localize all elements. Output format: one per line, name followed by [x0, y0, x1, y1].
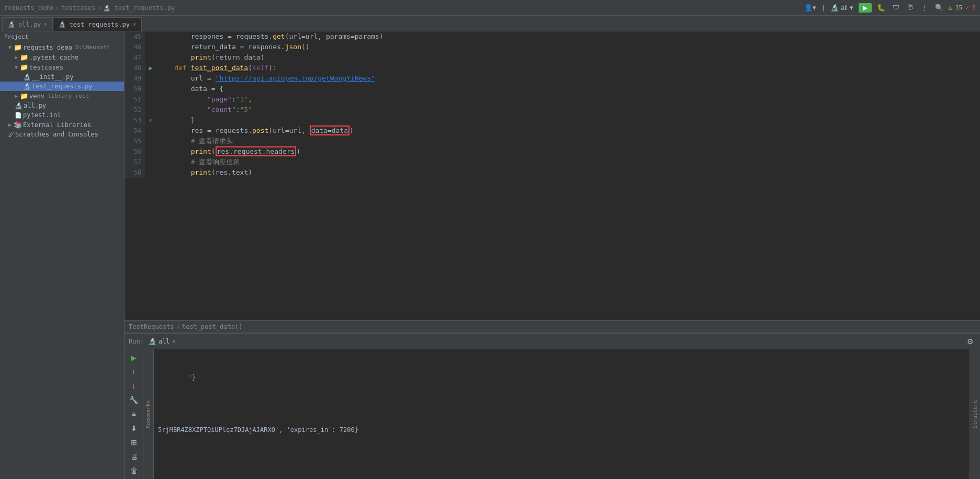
sidebar-meta: D:\Neusoft [75, 44, 110, 51]
line-content-50: data = { [156, 84, 223, 94]
sidebar-label-init: __init__.py [32, 73, 73, 81]
error-count: ✓ 6 [965, 4, 976, 11]
line-num-54: 54 [125, 126, 145, 136]
run-panel-header: Run: 🔬 all × ⚙ [125, 334, 980, 349]
sidebar-item-ext-libs[interactable]: ▶ 📚 External Libraries [0, 120, 124, 130]
line-num-50: 50 [125, 84, 145, 94]
tab-label-1: all.py [18, 21, 41, 28]
run-label: Run: [129, 338, 144, 345]
breadcrumb-sep1: › [55, 4, 59, 12]
highlight-headers: res.request.headers [216, 146, 297, 156]
line-content-57: # 查看响应信息 [156, 157, 240, 167]
profile-button[interactable]: ⏱ [905, 3, 916, 13]
sidebar-item-test-requests[interactable]: 🔬 test_requests.py [0, 82, 124, 91]
sidebar-label-venv: venv [29, 93, 44, 100]
structure-label: Structure [972, 400, 978, 428]
tab-test-requests[interactable]: 🔬 test_requests.py × [53, 17, 142, 31]
run-play-btn[interactable]: ▶ [128, 351, 140, 363]
expand-arrow: ▼ [8, 44, 12, 50]
sidebar-item-pytest-cache[interactable]: ▶ 📁 .pytest_cache [0, 52, 124, 62]
run-down-btn[interactable]: ↓ [128, 380, 140, 392]
project-label: Project [4, 33, 28, 40]
run-tab-all[interactable]: 🔬 all × [148, 337, 176, 345]
user-icon[interactable]: 👤▾ [802, 3, 818, 13]
tab-close-1[interactable]: × [44, 21, 47, 27]
line-content-51: "page":"1", [156, 94, 252, 105]
run-tab-label: all [159, 338, 170, 345]
output-line-1: '} [158, 372, 965, 383]
line-num-51: 51 [125, 94, 145, 105]
divider: | [821, 4, 825, 12]
tab-label-2: test_requests.py [69, 21, 130, 28]
code-editor[interactable]: 45 respones = requests.get(url=url, para… [125, 31, 980, 320]
code-line-48: 48 ▶ def test_post_data(self): [125, 63, 980, 73]
sidebar-item-requests-demo[interactable]: ▼ 📁 requests_demo D:\Neusoft [0, 42, 124, 52]
breadcrumb-file[interactable]: 🔬 test_requests.py [103, 4, 175, 12]
top-bar-right: 👤▾ | 🔬 all ▾ ▶ 🐛 🛡 ⏱ ⋮ 🔍 △ 15 ✓ 6 [802, 3, 976, 13]
run-trash-btn[interactable]: 🗑 [128, 465, 140, 477]
sidebar-meta-venv: library root [48, 93, 89, 99]
breadcrumb-testcases[interactable]: testcases [61, 4, 95, 12]
code-area: 45 respones = requests.get(url=url, para… [125, 31, 980, 479]
line-num-55: 55 [125, 136, 145, 146]
output-line-3: 5rjMBR4Z8XZPTQiUPlqz7DJAjAJARXO', 'expir… [158, 425, 965, 435]
py-icon-test: 🔬 [23, 83, 31, 90]
tab-py-icon-1: 🔬 [8, 21, 15, 28]
expand-arrow-ext: ▶ [8, 122, 12, 128]
run-output[interactable]: '} 5rjMBR4Z8XZPTQiUPlqz7DJAjAJARXO', 'ex… [154, 349, 970, 479]
line-content-56: print(res.request.headers) [156, 146, 300, 157]
code-line-47: 47 print(return_data) [125, 52, 980, 63]
run-tab-close[interactable]: × [172, 338, 176, 345]
output-line-5: {'id': 101, 'name': '广东123', 'count': 0}… [158, 477, 965, 479]
run-filter-btn[interactable]: ≡ [128, 408, 140, 420]
run-toolbar: ▶ ↑ ↓ 🔧 ≡ ⬇ ⊞ 🖨 🗑 [125, 349, 143, 479]
sidebar-item-testcases[interactable]: ▼ 📁 testcases [0, 62, 124, 72]
run-print-btn[interactable]: 🖨 [128, 451, 140, 463]
debug-button[interactable]: 🐛 [875, 3, 887, 13]
folder-icon: 📁 [14, 43, 22, 51]
sidebar-label-ext-libs: External Libraries [23, 121, 91, 129]
code-line-52: 52 "count":"5" [125, 105, 980, 115]
sidebar-item-init[interactable]: 🔬 __init__.py [0, 72, 124, 82]
line-num-46: 46 [125, 42, 145, 52]
line-content-48: def test_post_data(self): [156, 63, 277, 73]
run-button[interactable]: ▶ [859, 3, 872, 13]
more-button[interactable]: ⋮ [919, 3, 930, 13]
expand-arrow-tc: ▼ [15, 64, 18, 70]
bookmarks-strip: Bookmarks [143, 349, 154, 479]
line-content-49: url = "https://api.apiopen.top/getWangYi… [156, 73, 375, 84]
sidebar-label-testcases: testcases [29, 64, 63, 71]
sidebar-header: Project [0, 31, 124, 42]
sidebar-item-all-py[interactable]: 🔬 all.py [0, 101, 124, 110]
sidebar-label-pytest-ini: pytest.ini [23, 111, 61, 119]
run-settings-btn[interactable]: ⚙ [965, 336, 976, 347]
run-config-dropdown[interactable]: 🔬 all ▾ [828, 3, 855, 13]
tab-py-icon-2: 🔬 [59, 21, 66, 28]
search-button[interactable]: 🔍 [933, 3, 945, 13]
run-dl-btn[interactable]: ⬇ [128, 423, 140, 435]
line-content-58: print(res.text) [156, 167, 252, 178]
line-content-53: } [156, 115, 195, 126]
run-columns-btn[interactable]: ⊞ [128, 437, 140, 449]
expand-arrow-venv: ▶ [15, 93, 18, 99]
sidebar-item-venv[interactable]: ▶ 📁 venv library root [0, 91, 124, 101]
folder-icon-cache: 📁 [20, 53, 28, 61]
run-tab-icon: 🔬 [148, 337, 156, 345]
run-up-btn[interactable]: ↑ [128, 366, 140, 378]
py-icon-all: 🔬 [15, 102, 22, 109]
sidebar-item-pytest-ini[interactable]: 📄 pytest.ini [0, 110, 124, 120]
tab-close-2[interactable]: × [133, 21, 136, 27]
tab-all-py[interactable]: 🔬 all.py × [2, 17, 53, 31]
structure-strip: Structure [970, 349, 980, 479]
code-line-45: 45 respones = requests.get(url=url, para… [125, 31, 980, 42]
coverage-button[interactable]: 🛡 [891, 3, 902, 13]
sidebar-item-scratches[interactable]: 🖊 Scratches and Consoles [0, 130, 124, 139]
breadcrumb-project[interactable]: requests_demo [4, 4, 53, 12]
sidebar-label-scratches: Scratches and Consoles [15, 131, 98, 138]
run-wrench-btn[interactable]: 🔧 [128, 394, 140, 406]
line-content-52: "count":"5" [156, 105, 252, 115]
main-content: Project ▼ 📁 requests_demo D:\Neusoft ▶ 📁… [0, 31, 980, 479]
code-line-51: 51 "page":"1", [125, 94, 980, 105]
bc-method: test_post_data() [182, 323, 243, 330]
ini-icon: 📄 [15, 112, 22, 119]
